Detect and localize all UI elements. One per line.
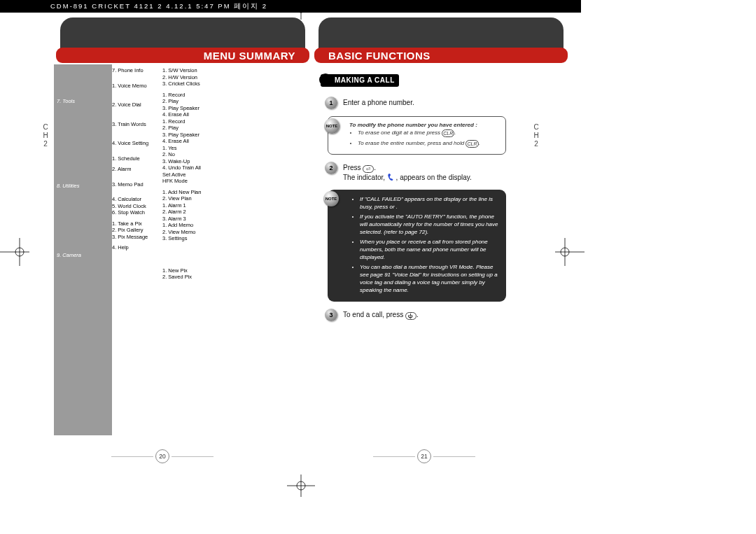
menu-item: 2. Alarm 2 (162, 209, 227, 216)
menu-item: 2. Pix Gallery (112, 227, 162, 234)
menu-item: 3. Train Words (112, 121, 162, 128)
left-panel-header: MENU SUMMARY (60, 17, 305, 63)
menu-item: 2. Play (162, 98, 227, 105)
menu-item: 4. Voice Setting (112, 140, 162, 147)
menu-item: 2. Play (162, 125, 227, 132)
section-making-a-call: MAKING A CALL (321, 74, 399, 87)
menu-item: 2. View Memo (162, 229, 227, 236)
menu-summary-content: 7. Tools 8. Utilities 9. Camera 7. Phone… (54, 64, 306, 435)
menu-item: 1. Alarm 1 (162, 202, 227, 209)
step-number-icon: 1 (325, 97, 337, 109)
note-icon: NOTE (323, 191, 339, 206)
basic-functions-content: MAKING A CALL 1 Enter a phone number. NO… (321, 64, 538, 435)
right-panel-header: BASIC FUNCTIONS (318, 17, 564, 63)
menu-item: 6. Stop Watch (112, 209, 162, 216)
clear-key-icon: CLR (465, 140, 478, 148)
menu-item: 3. Pix Message (112, 234, 162, 241)
menu-item: 3. Memo Pad (112, 181, 162, 188)
menu-item: 3. Cricket Clicks (162, 80, 227, 87)
menu-sections-sidebar: 7. Tools 8. Utilities 9. Camera (54, 64, 112, 435)
menu-item: 2. Voice Dial (112, 101, 162, 108)
clear-key-icon: CLR (442, 129, 454, 137)
menu-item: 3. Alarm 3 (162, 216, 227, 223)
step-1: 1 Enter a phone number. (325, 97, 538, 109)
section-utilities: 8. Utilities (57, 183, 112, 189)
menu-item: 1. Voice Memo (112, 83, 162, 90)
menu-item: 1. Record (162, 118, 227, 125)
menu-item: 4. Undo Train All (162, 164, 227, 171)
menu-item: 1. Schedule (112, 155, 162, 162)
menu-item: 4. Calculator (112, 196, 162, 203)
print-header: CDM-891 CRICKET 4121 2 4.12.1 5:47 PM 페이… (0, 0, 581, 13)
step-number-icon: 2 (325, 162, 337, 174)
menu-item: 5. World Clock (112, 203, 162, 210)
step-number-icon: 3 (325, 309, 337, 321)
menu-item: Set Active (162, 171, 227, 178)
menu-item: 2. No (162, 151, 227, 158)
note-modify-number: NOTE To modify the phone number you have… (328, 116, 506, 155)
handset-icon (387, 173, 394, 181)
menu-column-1: 7. Phone Info1. Voice Memo2. Voice Dial3… (112, 64, 162, 281)
menu-item: 1. Add New Plan (162, 189, 227, 196)
menu-item: 2. Saved Pix (162, 274, 227, 281)
menu-item: 1. Record (162, 92, 227, 99)
chapter-label-left: CH2 (41, 123, 50, 148)
page-number-left: 20 (155, 449, 169, 463)
end-key-icon: ⏻ (405, 312, 416, 320)
menu-item: 4. Erase All (162, 111, 227, 118)
menu-item: 2. View Plan (162, 195, 227, 202)
step-3: 3 To end a call, press ⏻. (325, 309, 538, 321)
menu-item: 7. Phone Info (112, 67, 162, 74)
menu-item: 1. New Pix (162, 267, 227, 274)
section-camera: 9. Camera (57, 252, 112, 258)
menu-item: 3. Settings (162, 235, 227, 242)
menu-item: 1. S/W Version (162, 67, 227, 74)
note-icon: NOTE (324, 118, 340, 134)
menu-item: 3. Play Speaker (162, 132, 227, 139)
page-number-right: 21 (417, 449, 431, 463)
menu-item: 2. Alarm (112, 166, 162, 173)
send-key-icon: ⏎ (363, 165, 374, 173)
right-page-title: BASIC FUNCTIONS (318, 50, 564, 62)
menu-item: 1. Yes (162, 145, 227, 152)
menu-column-2: 1. S/W Version2. H/W Version3. Cricket C… (162, 64, 227, 281)
menu-item: HFK Mode (162, 178, 227, 185)
menu-item: 4. Erase All (162, 138, 227, 145)
menu-item: 1. Add Memo (162, 222, 227, 229)
section-tools: 7. Tools (57, 98, 112, 104)
menu-item: 1. Take a Pix (112, 220, 162, 227)
menu-item: 4. Help (112, 244, 162, 251)
menu-item: 2. H/W Version (162, 74, 227, 81)
step-2: 2 Press ⏎. The indicator, , appears on t… (325, 162, 538, 183)
menu-item: 3. Wake-Up (162, 158, 227, 165)
menu-item: 3. Play Speaker (162, 105, 227, 112)
left-page-title: MENU SUMMARY (60, 50, 305, 62)
note-call-tips: NOTE If "CALL FAILED" appears on the dis… (328, 190, 506, 302)
